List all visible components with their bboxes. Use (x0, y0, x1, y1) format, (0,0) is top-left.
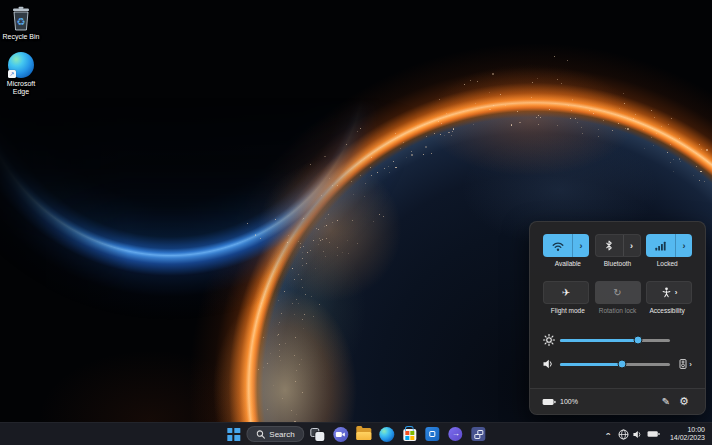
volume-slider-row: › (543, 355, 692, 373)
cellular-expand-chevron[interactable]: › (676, 234, 692, 257)
wifi-tile-label: Available (543, 260, 593, 268)
system-tray: › 10:00 14/02/2023 (604, 423, 708, 445)
store-icon (403, 429, 416, 441)
accessibility-tile[interactable]: › (646, 281, 692, 304)
app-blue-square-icon (426, 427, 440, 441)
wallpaper-blue-sphere (0, 0, 430, 320)
rotation-lock-icon: ↻ (613, 287, 621, 298)
tray-show-hidden-icons-button[interactable]: › (604, 425, 611, 443)
brightness-slider-fill (560, 339, 638, 342)
cellular-tile[interactable]: › (646, 234, 692, 257)
wifi-icon[interactable] (543, 234, 572, 257)
pinned-app-arrow-circle-button[interactable]: → (446, 424, 466, 444)
edge-button[interactable] (377, 424, 397, 444)
volume-slider-track[interactable] (560, 363, 670, 366)
brightness-slider-track[interactable] (560, 339, 670, 342)
desktop-icon-label: Recycle Bin (3, 33, 40, 41)
taskbar: Search (0, 422, 712, 445)
search-label: Search (269, 430, 294, 439)
cellular-tile-label: Locked (642, 260, 692, 268)
volume-output-chevron: › (689, 360, 692, 369)
accessibility-tile-label: Accessibility (642, 307, 692, 315)
settings-button[interactable]: ⚙ (675, 395, 693, 408)
quick-settings-panel: › › (529, 221, 706, 415)
bluetooth-tile-label: Bluetooth (593, 260, 643, 268)
windows-logo-icon (227, 428, 240, 441)
volume-icon (543, 359, 560, 369)
volume-output-selector[interactable]: › (670, 359, 692, 369)
clock[interactable]: 10:00 14/02/2023 (667, 426, 708, 442)
edge-icon (379, 427, 394, 442)
rotation-lock-tile-label: Rotation lock (593, 307, 643, 315)
store-button[interactable] (400, 424, 420, 444)
chevron-up-icon: › (602, 433, 612, 436)
taskbar-center-group: Search (223, 423, 488, 445)
volume-slider-thumb[interactable] (617, 360, 626, 369)
desktop-icon-microsoft-edge[interactable]: ↗ Microsoft Edge (1, 52, 41, 96)
speaker-icon (633, 430, 643, 439)
file-explorer-button[interactable] (354, 424, 374, 444)
brightness-slider-row (543, 331, 692, 349)
wifi-expand-chevron[interactable]: › (573, 234, 589, 257)
desktop-icon-recycle-bin[interactable]: ♻ Recycle Bin (1, 5, 41, 41)
quick-settings-tile-row-1: › › (543, 234, 692, 257)
quick-settings-tile-row-2: ✈ ↻ › (543, 281, 692, 304)
audio-output-icon (679, 359, 687, 369)
task-view-button[interactable] (308, 424, 328, 444)
pinned-app-blue-square-button[interactable] (423, 424, 443, 444)
windows-desktop-screen: ♻ Recycle Bin ↗ Microsoft Edge › (0, 0, 712, 445)
accessibility-icon (661, 287, 672, 298)
chat-camera-icon (333, 427, 348, 442)
clock-date: 14/02/2023 (670, 434, 705, 442)
airplane-icon: ✈ (562, 287, 570, 298)
recycle-bin-icon: ♻ (8, 5, 34, 31)
app-window-overlap-icon (472, 427, 486, 441)
cellular-icon[interactable] (646, 234, 675, 257)
wifi-tile[interactable]: › (543, 234, 589, 257)
battery-icon (542, 398, 556, 406)
battery-icon (647, 430, 660, 438)
quick-settings-label-row-2: Flight mode Rotation lock Accessibility (543, 307, 692, 315)
file-explorer-icon (356, 428, 371, 440)
flight-mode-tile[interactable]: ✈ (543, 281, 589, 304)
quick-settings-footer: 100% ✎ ⚙ (530, 388, 705, 414)
accessibility-chevron: › (675, 288, 678, 297)
start-button[interactable] (223, 424, 243, 444)
desktop-icon-label: Microsoft Edge (1, 80, 41, 96)
quick-settings-label-row-1: Available Bluetooth Locked (543, 260, 692, 268)
clock-time: 10:00 (670, 426, 705, 434)
brightness-icon (543, 334, 560, 346)
flight-mode-tile-label: Flight mode (543, 307, 593, 315)
chat-button[interactable] (331, 424, 351, 444)
task-view-icon (311, 428, 325, 441)
bluetooth-icon[interactable] (596, 235, 623, 256)
pinned-app-window-overlap-button[interactable] (469, 424, 489, 444)
app-arrow-circle-icon: → (449, 427, 463, 441)
search-icon (256, 430, 265, 439)
battery-percent: 100% (560, 398, 578, 405)
bluetooth-expand-chevron[interactable]: › (624, 235, 640, 256)
tray-network-volume-battery-button[interactable] (615, 425, 663, 443)
svg-text:♻: ♻ (17, 16, 26, 27)
shortcut-arrow-icon: ↗ (8, 70, 16, 78)
volume-slider-fill (560, 363, 622, 366)
edit-quick-settings-button[interactable]: ✎ (657, 396, 675, 407)
rotation-lock-tile[interactable]: ↻ (595, 281, 641, 304)
battery-status[interactable]: 100% (542, 398, 578, 406)
network-globe-icon (618, 429, 629, 440)
brightness-slider-thumb[interactable] (634, 336, 643, 345)
search-box[interactable]: Search (246, 426, 304, 442)
bluetooth-tile[interactable]: › (595, 234, 641, 257)
